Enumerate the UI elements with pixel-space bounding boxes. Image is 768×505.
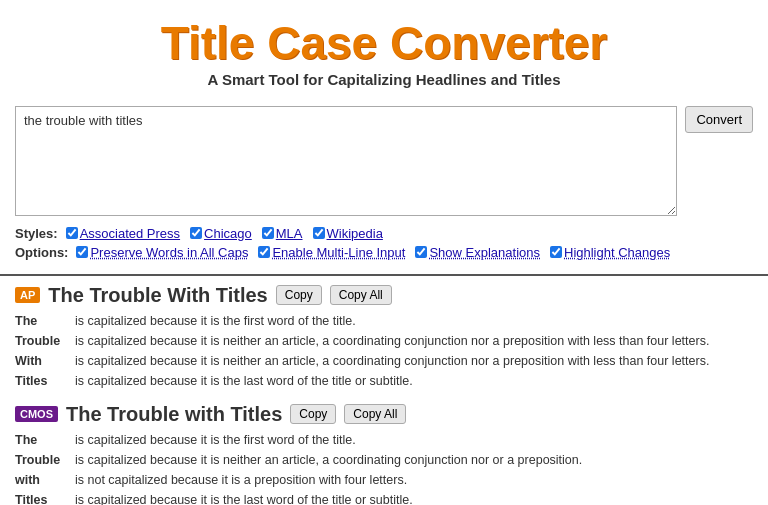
exp-text: is not capitalized because it is a prepo… xyxy=(75,470,407,490)
option-multiline-label[interactable]: Enable Multi-Line Input xyxy=(272,245,405,260)
copy-all-button-cmos[interactable]: Copy All xyxy=(344,404,406,424)
result-title-cmos: The Trouble with Titles xyxy=(66,403,282,426)
style-chicago[interactable]: Chicago xyxy=(190,226,252,241)
style-mla-label[interactable]: MLA xyxy=(276,226,303,241)
copy-button-ap[interactable]: Copy xyxy=(276,285,322,305)
style-chicago-label[interactable]: Chicago xyxy=(204,226,252,241)
exp-text: is capitalized because it is the first w… xyxy=(75,430,356,450)
subtitle: A Smart Tool for Capitalizing Headlines … xyxy=(0,71,768,88)
copy-all-button-ap[interactable]: Copy All xyxy=(330,285,392,305)
exp-word: Trouble xyxy=(15,331,71,351)
exp-row: Titles is capitalized because it is the … xyxy=(15,371,753,391)
styles-label: Styles: xyxy=(15,226,58,241)
exp-row: The is capitalized because it is the fir… xyxy=(15,430,753,450)
exp-row: with is not capitalized because it is a … xyxy=(15,470,753,490)
option-highlight-label[interactable]: Highlight Changes xyxy=(564,245,670,260)
exp-row: Trouble is capitalized because it is nei… xyxy=(15,331,753,351)
exp-word: Trouble xyxy=(15,450,71,470)
explanation-table-ap: The is capitalized because it is the fir… xyxy=(15,311,753,391)
copy-button-cmos[interactable]: Copy xyxy=(290,404,336,424)
badge-ap: AP xyxy=(15,287,40,303)
exp-word: Titles xyxy=(15,490,71,505)
results-section: AP The Trouble With Titles Copy Copy All… xyxy=(0,276,768,505)
style-wikipedia[interactable]: Wikipedia xyxy=(313,226,383,241)
style-ap-checkbox[interactable] xyxy=(66,227,78,239)
badge-cmos: CMOS xyxy=(15,406,58,422)
styles-row: Styles: Associated Press Chicago MLA Wik… xyxy=(15,226,753,241)
options-row: Options: Preserve Words in All Caps Enab… xyxy=(15,245,753,260)
exp-word: Titles xyxy=(15,371,71,391)
exp-text: is capitalized because it is the first w… xyxy=(75,311,356,331)
convert-button[interactable]: Convert xyxy=(685,106,753,133)
option-explanations-label[interactable]: Show Explanations xyxy=(429,245,540,260)
option-explanations-checkbox[interactable] xyxy=(415,246,427,258)
exp-text: is capitalized because it is the last wo… xyxy=(75,371,413,391)
exp-row: The is capitalized because it is the fir… xyxy=(15,311,753,331)
option-explanations[interactable]: Show Explanations xyxy=(415,245,540,260)
exp-word: with xyxy=(15,470,71,490)
exp-word: The xyxy=(15,430,71,450)
result-block-ap: AP The Trouble With Titles Copy Copy All… xyxy=(15,284,753,391)
result-title-ap: The Trouble With Titles xyxy=(48,284,267,307)
style-wikipedia-label[interactable]: Wikipedia xyxy=(327,226,383,241)
options-label: Options: xyxy=(15,245,68,260)
option-preserve[interactable]: Preserve Words in All Caps xyxy=(76,245,248,260)
option-preserve-checkbox[interactable] xyxy=(76,246,88,258)
option-multiline-checkbox[interactable] xyxy=(258,246,270,258)
exp-row: Titles is capitalized because it is the … xyxy=(15,490,753,505)
result-header-ap: AP The Trouble With Titles Copy Copy All xyxy=(15,284,753,307)
style-mla-checkbox[interactable] xyxy=(262,227,274,239)
style-chicago-checkbox[interactable] xyxy=(190,227,202,239)
option-highlight[interactable]: Highlight Changes xyxy=(550,245,670,260)
main-title: Title Case Converter xyxy=(0,18,768,69)
exp-text: is capitalized because it is neither an … xyxy=(75,331,709,351)
input-section: Convert xyxy=(0,96,768,222)
exp-text: is capitalized because it is neither an … xyxy=(75,351,709,371)
style-mla[interactable]: MLA xyxy=(262,226,303,241)
exp-text: is capitalized because it is the last wo… xyxy=(75,490,413,505)
result-block-cmos: CMOS The Trouble with Titles Copy Copy A… xyxy=(15,403,753,505)
style-ap[interactable]: Associated Press xyxy=(66,226,180,241)
exp-word: The xyxy=(15,311,71,331)
style-wikipedia-checkbox[interactable] xyxy=(313,227,325,239)
exp-word: With xyxy=(15,351,71,371)
header: Title Case Converter A Smart Tool for Ca… xyxy=(0,0,768,96)
input-row: Convert xyxy=(15,106,753,216)
page-wrapper: Title Case Converter A Smart Tool for Ca… xyxy=(0,0,768,505)
exp-text: is capitalized because it is neither an … xyxy=(75,450,582,470)
option-highlight-checkbox[interactable] xyxy=(550,246,562,258)
explanation-table-cmos: The is capitalized because it is the fir… xyxy=(15,430,753,505)
exp-row: Trouble is capitalized because it is nei… xyxy=(15,450,753,470)
main-textarea[interactable] xyxy=(15,106,677,216)
options-section: Styles: Associated Press Chicago MLA Wik… xyxy=(0,222,768,266)
style-ap-label[interactable]: Associated Press xyxy=(80,226,180,241)
option-multiline[interactable]: Enable Multi-Line Input xyxy=(258,245,405,260)
option-preserve-label[interactable]: Preserve Words in All Caps xyxy=(90,245,248,260)
result-header-cmos: CMOS The Trouble with Titles Copy Copy A… xyxy=(15,403,753,426)
exp-row: With is capitalized because it is neithe… xyxy=(15,351,753,371)
